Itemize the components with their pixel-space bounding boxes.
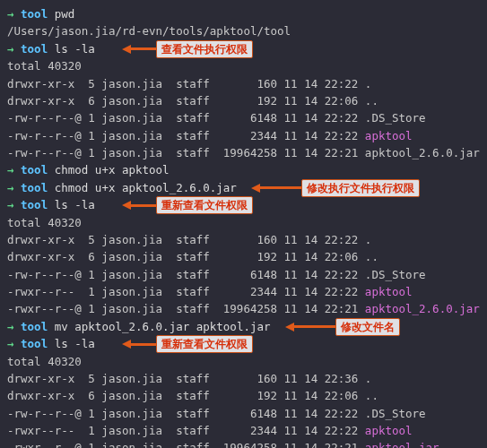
- ls-row: -rw-r--r--@ 1 jason.jia staff 6148 11 14…: [7, 266, 480, 283]
- ls-row: -rwxr--r-- 1 jason.jia staff 2344 11 14 …: [7, 422, 480, 439]
- cmd-line-chmod1[interactable]: → tool chmod u+x apktool: [7, 161, 480, 178]
- ls-row: drwxr-xr-x 5 jason.jia staff 160 11 14 2…: [7, 231, 480, 248]
- ls-row: -rwxr--r--@ 1 jason.jia staff 19964258 1…: [7, 439, 480, 448]
- file-apktool-jar: apktool.jar: [365, 441, 439, 448]
- ls-row: -rw-r--r--@ 1 jason.jia staff 19964258 1…: [7, 144, 480, 161]
- file-apktool: apktool: [365, 129, 413, 142]
- ls-row: drwxr-xr-x 5 jason.jia staff 160 11 14 2…: [7, 370, 480, 387]
- ls-row: -rw-r--r--@ 1 jason.jia staff 2344 11 14…: [7, 127, 480, 144]
- ls-row: drwxr-xr-x 6 jason.jia staff 192 11 14 2…: [7, 248, 480, 265]
- file-apktool: apktool: [365, 285, 413, 298]
- cmd-line-mv[interactable]: → tool mv apktool_2.6.0.jar apktool.jar …: [7, 318, 480, 335]
- callout-recheck-perms-2: 重新查看文件权限: [122, 335, 253, 353]
- ls-row: drwxr-xr-x 6 jason.jia staff 192 11 14 2…: [7, 92, 480, 109]
- prompt-arrow: →: [7, 7, 14, 21]
- ls-row: -rwxr--r--@ 1 jason.jia staff 19964258 1…: [7, 300, 480, 317]
- cmd-line-chmod2[interactable]: → tool chmod u+x apktool_2.6.0.jar 修改执行文…: [7, 179, 480, 196]
- callout-recheck-perms: 重新查看文件权限: [122, 196, 253, 214]
- callout-rename: 修改文件名: [285, 318, 400, 336]
- callout-modify-exec: 修改执行文件执行权限: [251, 179, 420, 197]
- ls-row: -rw-r--r--@ 1 jason.jia staff 6148 11 14…: [7, 109, 480, 126]
- ls-row: drwxr-xr-x 5 jason.jia staff 160 11 14 2…: [7, 75, 480, 92]
- ls-row: drwxr-xr-x 6 jason.jia staff 192 11 14 2…: [7, 387, 480, 404]
- prompt-dir: tool: [21, 7, 48, 21]
- cmd-text: pwd: [55, 7, 75, 21]
- ls-row: -rwxr--r-- 1 jason.jia staff 2344 11 14 …: [7, 283, 480, 300]
- cmd-line-ls2[interactable]: → tool ls -la 重新查看文件权限: [7, 196, 480, 213]
- cmd-line-pwd[interactable]: → tool pwd: [7, 5, 480, 22]
- file-apktool-jar: apktool_2.6.0.jar: [365, 302, 480, 315]
- total-line: total 40320: [7, 57, 480, 74]
- pwd-output: /Users/jason.jia/rd-evn/tools/apktool/to…: [7, 22, 480, 39]
- file-apktool: apktool: [365, 424, 413, 437]
- total-line: total 40320: [7, 353, 480, 370]
- callout-view-perms: 查看文件执行权限: [122, 40, 253, 58]
- total-line: total 40320: [7, 214, 480, 231]
- cmd-line-ls3[interactable]: → tool ls -la 重新查看文件权限: [7, 335, 480, 352]
- ls-row: -rw-r--r--@ 1 jason.jia staff 6148 11 14…: [7, 405, 480, 422]
- cmd-line-ls1[interactable]: → tool ls -la 查看文件执行权限: [7, 40, 480, 57]
